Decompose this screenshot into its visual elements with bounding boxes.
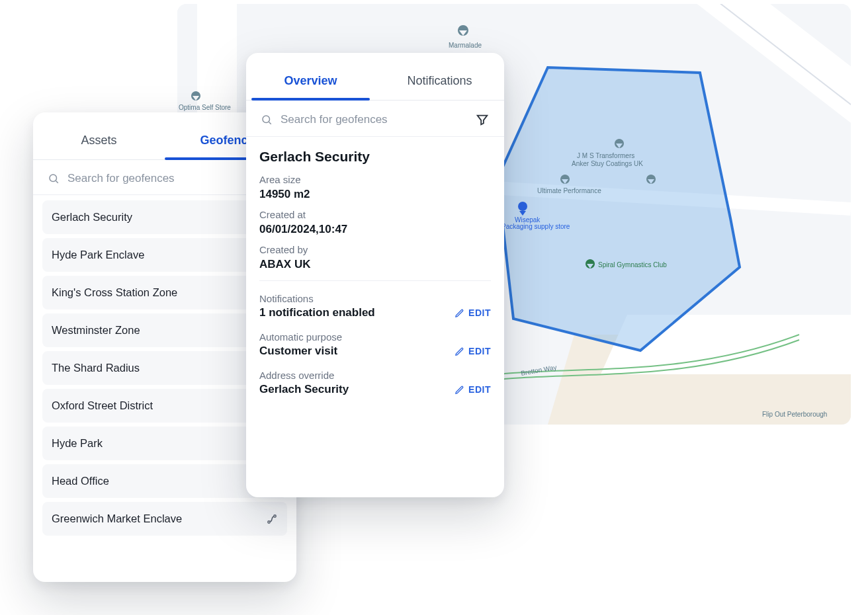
- svg-text:Optima Self Store: Optima Self Store: [179, 104, 231, 111]
- geofence-title: Gerlach Security: [259, 149, 491, 165]
- svg-line-14: [56, 181, 58, 183]
- route-icon: [266, 513, 278, 525]
- purpose-setting: Automatic purpose Customer visit EDIT: [259, 331, 491, 358]
- search-icon: [48, 173, 60, 184]
- svg-point-16: [274, 514, 276, 516]
- created-by: Created by ABAX UK: [259, 244, 491, 271]
- svg-text:Packaging supply store: Packaging supply store: [501, 223, 570, 230]
- svg-point-15: [268, 520, 270, 522]
- detail-body: Gerlach Security Area size 14950 m2 Crea…: [246, 137, 504, 411]
- list-item[interactable]: Greenwich Market Enclave: [42, 502, 287, 536]
- tab-overview[interactable]: Overview: [246, 60, 375, 100]
- address-setting: Address override Gerlach Security EDIT: [259, 370, 491, 396]
- svg-text:Spiral Gymnastics Club: Spiral Gymnastics Club: [598, 261, 667, 268]
- search-icon: [261, 114, 273, 126]
- detail-search-row: [246, 101, 504, 137]
- svg-point-17: [263, 116, 270, 123]
- svg-line-18: [269, 122, 271, 124]
- pencil-icon: [455, 308, 464, 318]
- filter-icon[interactable]: [475, 112, 490, 127]
- svg-text:Ultimate Performance: Ultimate Performance: [537, 187, 601, 194]
- pencil-icon: [455, 347, 464, 356]
- tab-assets[interactable]: Assets: [33, 119, 165, 159]
- detail-tabs: Overview Notifications: [246, 53, 504, 101]
- svg-text:Anker Stuy Coatings UK: Anker Stuy Coatings UK: [572, 160, 643, 167]
- tab-notifications[interactable]: Notifications: [375, 60, 504, 100]
- divider: [259, 280, 491, 281]
- svg-text:J M S Transformers: J M S Transformers: [577, 152, 634, 159]
- edit-address-button[interactable]: EDIT: [455, 384, 491, 396]
- svg-text:Marmalade: Marmalade: [449, 42, 482, 49]
- created-at: Created at 06/01/2024,10:47: [259, 209, 491, 236]
- svg-point-2: [518, 202, 527, 211]
- detail-search-input[interactable]: [281, 113, 467, 126]
- svg-text:Flip Out Peterborough: Flip Out Peterborough: [762, 411, 827, 418]
- notifications-setting: Notifications 1 notification enabled EDI…: [259, 293, 491, 319]
- pencil-icon: [455, 385, 464, 395]
- svg-point-13: [50, 175, 57, 182]
- area-size: Area size 14950 m2: [259, 174, 491, 201]
- edit-notifications-button[interactable]: EDIT: [455, 308, 491, 319]
- detail-card: Overview Notifications Gerlach Security …: [246, 53, 504, 497]
- edit-purpose-button[interactable]: EDIT: [455, 346, 491, 358]
